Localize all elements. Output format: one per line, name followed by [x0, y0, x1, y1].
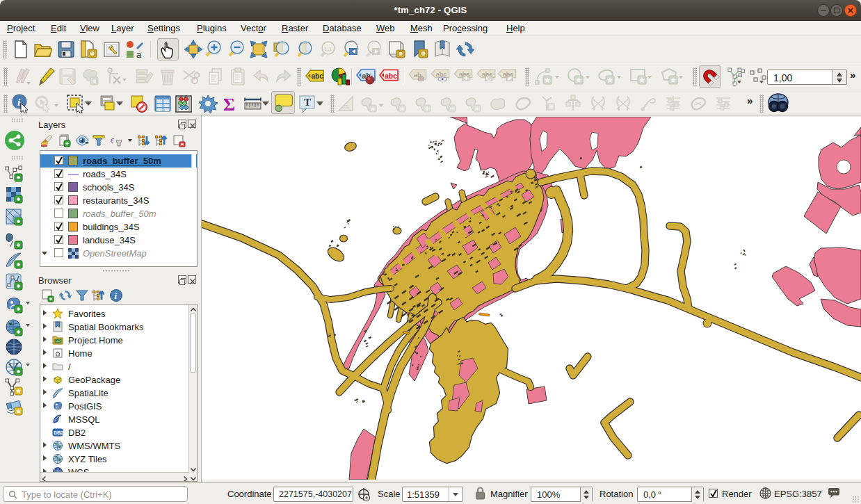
svg-text:DB2: DB2	[54, 430, 64, 435]
svg-text:abc: abc	[503, 71, 514, 78]
svg-text:abc: abc	[385, 72, 397, 80]
svg-text:i: i	[115, 291, 118, 301]
svg-text:abc: abc	[459, 71, 470, 78]
svg-text:abc: abc	[436, 71, 447, 78]
svg-text:a: a	[136, 49, 142, 59]
svg-text:1:1: 1:1	[324, 46, 332, 52]
svg-text:T: T	[304, 97, 311, 108]
svg-text:Σ: Σ	[223, 95, 235, 113]
svg-text:ab: ab	[414, 71, 421, 79]
svg-text:ε: ε	[111, 134, 115, 145]
svg-text:abc: abc	[482, 71, 493, 78]
svg-text:abc: abc	[311, 72, 323, 80]
